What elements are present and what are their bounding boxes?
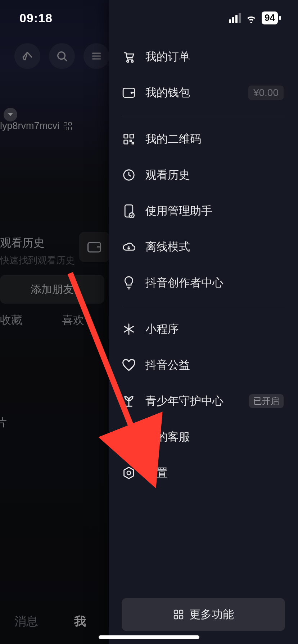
wallet-icon bbox=[122, 86, 136, 100]
heart-icon bbox=[122, 358, 136, 372]
user-id-row[interactable]: lyp8rvm7mcvi bbox=[0, 120, 72, 132]
svg-rect-30 bbox=[174, 616, 177, 619]
fragment-text: 片 bbox=[0, 415, 7, 430]
qr-icon bbox=[122, 132, 136, 146]
svg-rect-25 bbox=[132, 438, 134, 442]
nav-me[interactable]: 我 bbox=[74, 613, 86, 630]
qr-code-icon bbox=[64, 122, 72, 130]
add-friend-label: 添加朋友 bbox=[31, 282, 74, 297]
svg-rect-14 bbox=[132, 142, 134, 144]
svg-rect-13 bbox=[130, 140, 132, 142]
spark-icon bbox=[122, 322, 136, 336]
menu-watch-history[interactable]: 观看历史 bbox=[109, 157, 298, 193]
wallet-balance: ¥0.00 bbox=[248, 86, 284, 100]
menu-my-wallet-label: 我的钱包 bbox=[145, 85, 248, 100]
svg-rect-29 bbox=[180, 610, 183, 613]
menu-charity-label: 抖音公益 bbox=[145, 358, 284, 373]
menu-my-orders-label: 我的订单 bbox=[145, 49, 284, 64]
menu-customer-service[interactable]: 我的客服 bbox=[109, 419, 298, 455]
svg-rect-28 bbox=[174, 610, 177, 613]
svg-rect-24 bbox=[123, 438, 126, 442]
divider bbox=[122, 116, 285, 116]
menu-watch-history-label: 观看历史 bbox=[145, 167, 284, 183]
share-icon bbox=[21, 50, 34, 63]
phone-check-icon bbox=[122, 204, 136, 218]
svg-rect-11 bbox=[130, 134, 134, 138]
menu-button[interactable] bbox=[83, 43, 109, 69]
grid-icon bbox=[173, 609, 184, 620]
bg-wallet-button[interactable] bbox=[79, 232, 109, 262]
menu-my-qr-label: 我的二维码 bbox=[145, 132, 284, 147]
menu-mini-programs[interactable]: 小程序 bbox=[109, 311, 298, 347]
share-button[interactable] bbox=[14, 43, 40, 69]
profile-tabs: 收藏 喜欢 bbox=[0, 313, 84, 328]
svg-point-7 bbox=[131, 60, 133, 62]
status-bar: 09:18 94 bbox=[0, 0, 298, 36]
cloud-download-icon bbox=[122, 240, 136, 254]
menu-creator-center[interactable]: 抖音创作者中心 bbox=[109, 265, 298, 301]
svg-rect-31 bbox=[180, 616, 183, 619]
menu-creator-center-label: 抖音创作者中心 bbox=[145, 275, 284, 290]
menu-offline-mode-label: 离线模式 bbox=[145, 239, 284, 254]
battery-level: 94 bbox=[262, 12, 278, 24]
menu-usage-assistant[interactable]: 使用管理助手 bbox=[109, 193, 298, 229]
menu-usage-assistant-label: 使用管理助手 bbox=[145, 203, 284, 218]
svg-rect-10 bbox=[124, 134, 128, 138]
more-features-button[interactable]: 更多功能 bbox=[122, 598, 285, 631]
svg-rect-12 bbox=[124, 140, 128, 144]
search-icon bbox=[56, 50, 68, 62]
menu-settings-label: 设置 bbox=[145, 465, 284, 480]
dropdown-toggle[interactable] bbox=[4, 108, 17, 121]
menu-youth-protection-label: 青少年守护中心 bbox=[145, 394, 245, 409]
user-id-text: lyp8rvm7mcvi bbox=[0, 120, 59, 132]
menu-customer-service-label: 我的客服 bbox=[145, 429, 284, 445]
menu-youth-protection[interactable]: 青少年守护中心 已开启 bbox=[109, 383, 298, 419]
chevron-down-icon bbox=[8, 112, 13, 117]
menu-mini-programs-label: 小程序 bbox=[145, 322, 284, 337]
divider bbox=[122, 306, 285, 306]
youth-enabled-badge: 已开启 bbox=[249, 394, 284, 408]
menu-charity[interactable]: 抖音公益 bbox=[109, 347, 298, 383]
wifi-icon bbox=[245, 13, 257, 23]
svg-point-6 bbox=[127, 60, 128, 62]
menu-my-wallet[interactable]: 我的钱包 ¥0.00 bbox=[109, 75, 298, 111]
add-friend-button[interactable]: 添加朋友 bbox=[0, 275, 104, 304]
svg-line-1 bbox=[64, 58, 66, 60]
svg-marker-26 bbox=[124, 467, 134, 479]
side-drawer: 我的订单 我的钱包 ¥0.00 我的二维码 bbox=[109, 0, 298, 644]
svg-point-9 bbox=[131, 92, 132, 93]
menu-my-orders[interactable]: 我的订单 bbox=[109, 39, 298, 75]
menu-my-qr[interactable]: 我的二维码 bbox=[109, 121, 298, 157]
tab-collect[interactable]: 收藏 bbox=[0, 313, 22, 328]
sprout-icon bbox=[122, 394, 136, 408]
search-button[interactable] bbox=[49, 43, 75, 69]
hamburger-icon bbox=[91, 50, 102, 62]
menu-offline-mode[interactable]: 离线模式 bbox=[109, 229, 298, 265]
nav-messages[interactable]: 消息 bbox=[14, 613, 38, 630]
battery-indicator: 94 bbox=[262, 12, 281, 24]
menu-settings[interactable]: 设置 bbox=[109, 455, 298, 491]
home-indicator bbox=[99, 635, 199, 639]
status-time: 09:18 bbox=[19, 11, 53, 25]
bulb-icon bbox=[122, 276, 136, 290]
clock-icon bbox=[122, 168, 136, 182]
cart-icon bbox=[122, 50, 136, 64]
headset-icon bbox=[122, 430, 136, 444]
more-features-label: 更多功能 bbox=[189, 607, 234, 622]
gear-icon bbox=[122, 466, 136, 480]
signal-icon bbox=[229, 13, 241, 23]
bottom-nav: 消息 我 bbox=[0, 613, 86, 630]
svg-point-27 bbox=[127, 471, 131, 475]
tab-like[interactable]: 喜欢 bbox=[62, 313, 84, 328]
wallet-icon bbox=[87, 240, 102, 254]
